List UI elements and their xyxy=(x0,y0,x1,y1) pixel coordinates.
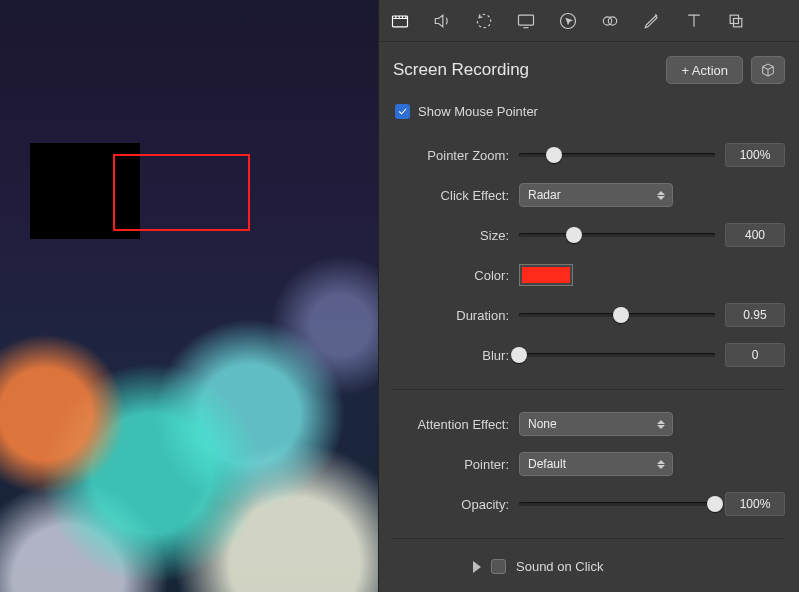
link-tab-icon[interactable] xyxy=(599,10,621,32)
row-pointer-zoom: Pointer Zoom: 100% xyxy=(393,135,785,175)
label-blur: Blur: xyxy=(393,348,519,363)
slider-pointer-zoom[interactable] xyxy=(519,145,715,165)
dropdown-click-effect[interactable]: Radar xyxy=(519,183,673,207)
dropdown-attention[interactable]: None xyxy=(519,412,673,436)
show-mouse-pointer-checkbox[interactable] xyxy=(395,104,410,119)
inspector-panel: Screen Recording + Action Show Mouse Poi… xyxy=(378,0,799,592)
updown-icon xyxy=(654,415,668,433)
display-tab-icon[interactable] xyxy=(515,10,537,32)
svg-rect-5 xyxy=(730,15,738,23)
preview-canvas[interactable] xyxy=(0,0,378,592)
color-swatch xyxy=(522,267,570,283)
value-pointer-zoom[interactable]: 100% xyxy=(725,143,785,167)
video-tab-icon[interactable] xyxy=(389,10,411,32)
show-mouse-pointer-row[interactable]: Show Mouse Pointer xyxy=(393,98,785,135)
cube-button[interactable] xyxy=(751,56,785,84)
timing-tab-icon[interactable] xyxy=(473,10,495,32)
annotate-tab-icon[interactable] xyxy=(641,10,663,32)
label-size: Size: xyxy=(393,228,519,243)
panel-header: Screen Recording + Action xyxy=(379,42,799,96)
row-size: Size: 400 xyxy=(393,215,785,255)
row-pointer: Pointer: Default xyxy=(393,444,785,484)
cursor-tab-icon[interactable] xyxy=(557,10,579,32)
section-divider-2 xyxy=(393,538,785,539)
label-click-effect: Click Effect: xyxy=(393,188,519,203)
value-duration[interactable]: 0.95 xyxy=(725,303,785,327)
add-action-button[interactable]: + Action xyxy=(666,56,743,84)
row-click-effect: Click Effect: Radar xyxy=(393,175,785,215)
label-opacity: Opacity: xyxy=(393,497,519,512)
dropdown-click-effect-value: Radar xyxy=(528,188,561,202)
section-divider xyxy=(393,389,785,390)
slider-blur[interactable] xyxy=(519,345,715,365)
dropdown-pointer-value: Default xyxy=(528,457,566,471)
row-sound-on-click: Sound on Click xyxy=(393,553,785,574)
slider-duration[interactable] xyxy=(519,305,715,325)
row-opacity: Opacity: 100% xyxy=(393,484,785,524)
value-size[interactable]: 400 xyxy=(725,223,785,247)
disclosure-triangle-icon[interactable] xyxy=(473,561,481,573)
row-duration: Duration: 0.95 xyxy=(393,295,785,335)
label-duration: Duration: xyxy=(393,308,519,323)
audio-tab-icon[interactable] xyxy=(431,10,453,32)
show-mouse-pointer-label: Show Mouse Pointer xyxy=(418,104,538,119)
value-blur[interactable]: 0 xyxy=(725,343,785,367)
slider-opacity[interactable] xyxy=(519,494,715,514)
row-color: Color: xyxy=(393,255,785,295)
color-well[interactable] xyxy=(519,264,573,286)
value-opacity[interactable]: 100% xyxy=(725,492,785,516)
svg-point-4 xyxy=(608,16,616,24)
selection-rectangle[interactable] xyxy=(113,154,250,231)
dropdown-attention-value: None xyxy=(528,417,557,431)
row-blur: Blur: 0 xyxy=(393,335,785,375)
label-pointer-zoom: Pointer Zoom: xyxy=(393,148,519,163)
label-pointer: Pointer: xyxy=(393,457,519,472)
svg-rect-6 xyxy=(734,18,742,26)
row-attention: Attention Effect: None xyxy=(393,404,785,444)
slider-size[interactable] xyxy=(519,225,715,245)
text-tab-icon[interactable] xyxy=(683,10,705,32)
updown-icon xyxy=(654,186,668,204)
updown-icon xyxy=(654,455,668,473)
svg-rect-1 xyxy=(519,15,534,25)
sound-on-click-checkbox[interactable] xyxy=(491,559,506,574)
panel-title: Screen Recording xyxy=(393,60,666,80)
label-attention: Attention Effect: xyxy=(393,417,519,432)
copy-tab-icon[interactable] xyxy=(725,10,747,32)
label-color: Color: xyxy=(393,268,519,283)
sound-on-click-label: Sound on Click xyxy=(516,559,603,574)
inspector-toolbar xyxy=(379,0,799,42)
dropdown-pointer[interactable]: Default xyxy=(519,452,673,476)
